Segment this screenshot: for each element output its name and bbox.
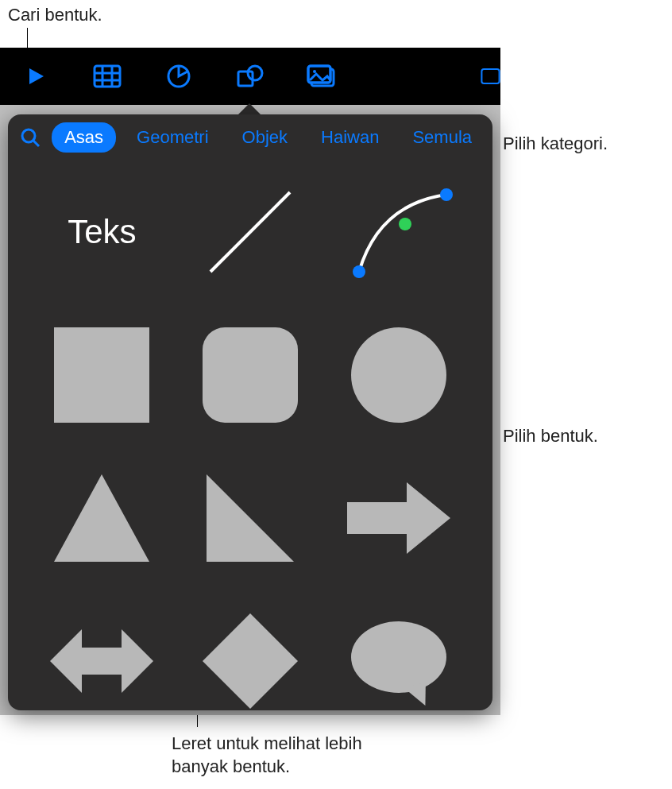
svg-point-18 bbox=[399, 218, 411, 230]
shape-speech-bubble[interactable] bbox=[336, 598, 461, 710]
svg-rect-1 bbox=[95, 66, 120, 87]
svg-marker-0 bbox=[29, 68, 44, 84]
tab-asas[interactable]: Asas bbox=[52, 122, 116, 153]
toolbar bbox=[0, 48, 500, 105]
shape-square[interactable] bbox=[40, 311, 164, 439]
shape-diamond[interactable] bbox=[188, 598, 313, 710]
search-button[interactable] bbox=[16, 122, 44, 153]
annotation-search: Cari bentuk. bbox=[8, 4, 102, 27]
category-row: Asas Geometri Objek Haiwan Semula bbox=[8, 114, 492, 161]
play-button[interactable] bbox=[0, 48, 71, 105]
annotation-swipe: Leret untuk melihat lebih banyak bentuk. bbox=[172, 733, 378, 778]
annotation-category: Pilih kategori. bbox=[503, 133, 608, 156]
shape-arrow-left-right[interactable] bbox=[40, 598, 164, 710]
text-box-label: Teks bbox=[68, 213, 136, 251]
annotation-shape: Pilih bentuk. bbox=[503, 425, 598, 448]
svg-line-16 bbox=[210, 192, 290, 272]
shape-right-triangle[interactable] bbox=[188, 454, 313, 582]
shapes-popover: Asas Geometri Objek Haiwan Semula Teks bbox=[8, 114, 492, 710]
rounded-square-icon bbox=[203, 327, 298, 423]
speech-bubble-icon bbox=[351, 621, 446, 701]
shape-button[interactable] bbox=[214, 48, 286, 105]
svg-marker-23 bbox=[50, 629, 153, 693]
shape-text-box[interactable]: Teks bbox=[40, 168, 164, 296]
shape-circle[interactable] bbox=[336, 311, 461, 439]
svg-marker-20 bbox=[54, 474, 149, 562]
tab-geometri[interactable]: Geometri bbox=[124, 122, 221, 153]
svg-marker-22 bbox=[347, 482, 450, 554]
shapes-grid[interactable]: Teks bbox=[8, 161, 492, 710]
square-icon bbox=[54, 327, 149, 423]
svg-point-17 bbox=[353, 265, 365, 278]
app-background: Asas Geometri Objek Haiwan Semula Teks bbox=[0, 48, 500, 715]
shape-arrow-right[interactable] bbox=[336, 454, 461, 582]
svg-marker-21 bbox=[207, 474, 294, 562]
svg-line-15 bbox=[33, 141, 39, 146]
table-button[interactable] bbox=[71, 48, 143, 105]
svg-point-14 bbox=[22, 130, 35, 142]
shape-line[interactable] bbox=[188, 168, 313, 296]
svg-point-19 bbox=[440, 188, 453, 201]
shape-draw-with-pen[interactable] bbox=[336, 168, 461, 296]
circle-icon bbox=[351, 327, 446, 423]
shape-triangle[interactable] bbox=[40, 454, 164, 582]
search-icon bbox=[20, 127, 41, 148]
tab-haiwan[interactable]: Haiwan bbox=[308, 122, 392, 153]
tab-objek[interactable]: Objek bbox=[230, 122, 300, 153]
chart-button[interactable] bbox=[143, 48, 214, 105]
shape-rounded-square[interactable] bbox=[188, 311, 313, 439]
media-button[interactable] bbox=[286, 48, 357, 105]
svg-marker-24 bbox=[203, 613, 298, 709]
tab-semula[interactable]: Semula bbox=[400, 122, 485, 153]
svg-rect-13 bbox=[481, 69, 499, 83]
svg-point-12 bbox=[313, 70, 316, 73]
svg-point-8 bbox=[248, 66, 262, 80]
popover-tip bbox=[238, 103, 261, 114]
collaborate-button[interactable] bbox=[481, 48, 500, 105]
